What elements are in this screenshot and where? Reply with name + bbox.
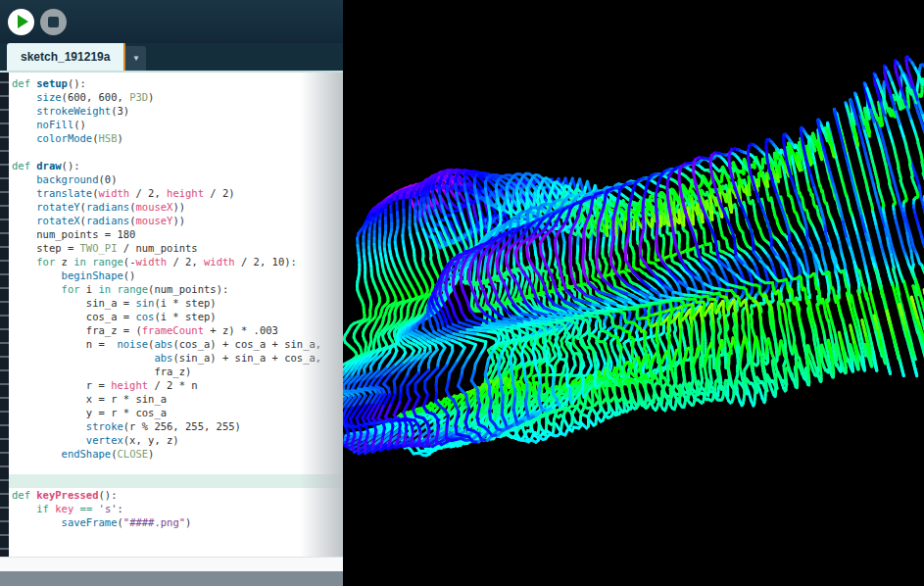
code-line: strokeWeight(3) bbox=[12, 104, 343, 118]
console-bar bbox=[0, 571, 343, 586]
code-line: def draw(): bbox=[12, 159, 343, 172]
play-icon bbox=[18, 15, 28, 28]
sketch-canvas[interactable] bbox=[343, 0, 924, 586]
code-line: cos_a = cos(i * step) bbox=[12, 310, 343, 323]
stop-button[interactable] bbox=[40, 9, 67, 35]
code-line: background(0) bbox=[12, 172, 343, 186]
code-line: beginShape() bbox=[12, 269, 343, 282]
code-line: colorMode(HSB) bbox=[12, 131, 343, 145]
code-line: noFill() bbox=[12, 118, 343, 131]
code-line bbox=[12, 145, 343, 159]
code-line: saveFrame("####.png") bbox=[12, 515, 343, 529]
stop-icon bbox=[48, 17, 59, 27]
code-line: sin_a = sin(i * step) bbox=[12, 296, 343, 310]
editor-pane: sketch_191219a ▼ def setup(): size(600, … bbox=[0, 0, 343, 586]
ide-window: sketch_191219a ▼ def setup(): size(600, … bbox=[0, 0, 924, 586]
code-line: for z in range(-width / 2, width / 2, 10… bbox=[12, 255, 343, 269]
tab-sketch[interactable]: sketch_191219a bbox=[7, 43, 123, 71]
editor-gutter bbox=[0, 73, 9, 557]
code-line: translate(width / 2, height / 2) bbox=[12, 186, 343, 200]
code-line: size(600, 600, P3D) bbox=[12, 90, 343, 104]
code-line: def setup(): bbox=[12, 76, 343, 90]
run-button[interactable] bbox=[8, 9, 34, 35]
code-line: stroke(r % 256, 255, 255) bbox=[12, 419, 343, 433]
code-line: abs(sin_a) + sin_a + cos_a, bbox=[12, 351, 343, 365]
code-line: fra_z = (frameCount + z) * .003 bbox=[12, 323, 343, 337]
chevron-down-icon: ▼ bbox=[132, 55, 140, 63]
code-line: for i in range(num_points): bbox=[12, 282, 343, 296]
code-line: y = r * cos_a bbox=[12, 406, 343, 419]
code-line: step = TWO_PI / num_points bbox=[12, 241, 343, 255]
tab-label: sketch_191219a bbox=[21, 50, 110, 64]
code-line: x = r * sin_a bbox=[12, 392, 343, 406]
code-line: fra_z) bbox=[12, 365, 343, 378]
sketch-window bbox=[343, 0, 924, 586]
tab-bar: sketch_191219a ▼ bbox=[0, 43, 343, 71]
code-line bbox=[12, 461, 343, 474]
code-line bbox=[12, 474, 343, 488]
code-line: if key == 's': bbox=[12, 502, 343, 515]
code-line: r = height / 2 * n bbox=[12, 378, 343, 392]
toolbar bbox=[0, 0, 343, 43]
code-line: rotateY(radians(mouseX)) bbox=[12, 200, 343, 214]
code-line: def keyPressed(): bbox=[12, 488, 343, 502]
code-area[interactable]: def setup(): size(600, 600, P3D) strokeW… bbox=[9, 76, 343, 529]
code-line: num_points = 180 bbox=[12, 227, 343, 241]
message-strip bbox=[0, 557, 343, 571]
code-line: vertex(x, y, z) bbox=[12, 433, 343, 447]
code-line: rotateX(radians(mouseY)) bbox=[12, 214, 343, 227]
editor-scrollbar[interactable] bbox=[300, 73, 343, 557]
tab-menu-button[interactable]: ▼ bbox=[125, 46, 146, 71]
code-line: n = noise(abs(cos_a) + cos_a + sin_a, bbox=[12, 337, 343, 351]
code-line: endShape(CLOSE) bbox=[12, 447, 343, 461]
code-editor[interactable]: def setup(): size(600, 600, P3D) strokeW… bbox=[0, 73, 343, 557]
